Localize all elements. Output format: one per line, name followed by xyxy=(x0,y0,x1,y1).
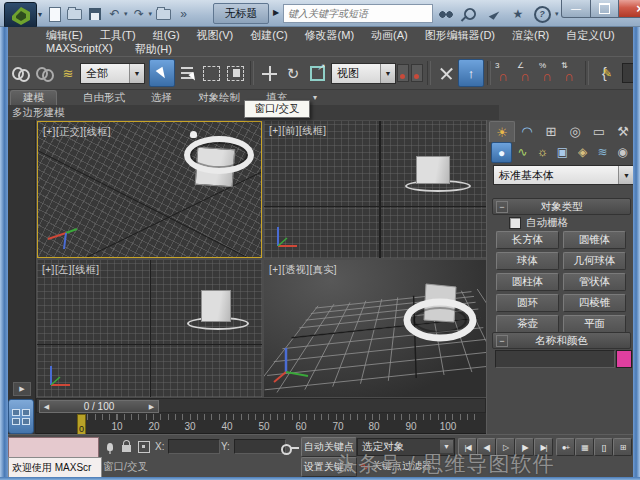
menu-rendering[interactable]: 渲染(R) xyxy=(512,28,549,43)
search-input[interactable] xyxy=(283,4,433,23)
ribbon-overflow-caret-icon[interactable]: ▾ xyxy=(313,93,317,102)
ribbon-tab-selection[interactable]: 选择 xyxy=(151,91,172,105)
viewport-label[interactable]: [+][正交][线框] xyxy=(43,125,111,139)
key-mode-toggle-button[interactable]: ▦ xyxy=(575,438,594,456)
dropdown-arrow-icon[interactable]: ▼ xyxy=(129,64,144,83)
window-crossing-toggle-button[interactable] xyxy=(223,60,247,86)
ribbon-tab-freeform[interactable]: 自由形式 xyxy=(83,91,125,105)
isolate-selection-icon[interactable] xyxy=(102,439,117,454)
set-key-button[interactable]: 设置关键点 xyxy=(301,457,357,477)
menu-animation[interactable]: 动画(A) xyxy=(371,28,408,43)
viewport-layout-button[interactable] xyxy=(8,399,34,434)
menu-edit[interactable]: 编辑(E) xyxy=(46,28,83,43)
viewport-label[interactable]: [+][左][线框] xyxy=(42,263,100,277)
new-file-button[interactable] xyxy=(46,5,63,23)
tube-button[interactable]: 管状体 xyxy=(563,273,626,291)
box-button[interactable]: 长方体 xyxy=(496,231,559,249)
name-color-rollout-header[interactable]: − 名称和颜色 xyxy=(492,332,631,349)
go-to-end-button[interactable]: ▶| xyxy=(534,438,553,456)
lights-icon[interactable]: ☼ xyxy=(533,142,552,161)
previous-frame-arrow[interactable]: ◀ xyxy=(40,401,53,412)
document-title-tab[interactable]: 无标题 xyxy=(213,3,269,24)
geosphere-button[interactable]: 几何球体 xyxy=(563,252,626,270)
set-keys-icon[interactable] xyxy=(281,443,299,453)
motion-tab[interactable]: ◎ xyxy=(563,121,587,141)
close-button[interactable]: × xyxy=(619,0,640,18)
select-and-link-button[interactable] xyxy=(8,60,32,86)
next-frame-button[interactable]: |▶ xyxy=(515,438,534,456)
unlink-selection-button[interactable] xyxy=(32,60,56,86)
communication-center-icon[interactable] xyxy=(485,5,503,23)
dropdown-arrow-icon[interactable]: ▼ xyxy=(380,64,395,83)
app-menu-button[interactable] xyxy=(4,2,37,29)
plane-button[interactable]: 平面 xyxy=(563,315,626,333)
app-menu-caret-icon[interactable]: ▾ xyxy=(38,10,42,19)
undo-caret-icon[interactable]: ▾ xyxy=(124,10,128,18)
select-and-rotate-button[interactable]: ↻ xyxy=(281,60,305,86)
pyramid-button[interactable]: 四棱锥 xyxy=(563,294,626,312)
box-object[interactable] xyxy=(201,290,231,322)
object-color-swatch[interactable] xyxy=(616,350,632,368)
open-file-button[interactable] xyxy=(66,5,83,23)
ribbon-tab-modeling[interactable]: 建模 xyxy=(10,90,57,106)
select-and-scale-button[interactable]: ↗ xyxy=(305,60,329,86)
subscription-key-icon[interactable] xyxy=(461,5,479,23)
y-coordinate-field[interactable] xyxy=(234,439,286,454)
key-filters-button[interactable]: ∿ 关键点过滤器... xyxy=(357,457,451,474)
add-key-button[interactable]: ●+ xyxy=(556,438,575,456)
torus-object[interactable] xyxy=(184,136,254,174)
next-frame-arrow[interactable]: ▶ xyxy=(145,401,158,412)
search-icon[interactable] xyxy=(437,5,455,23)
go-to-start-button[interactable]: |◀ xyxy=(458,438,477,456)
time-slider-handle[interactable]: ◀ 0 / 100 ▶ xyxy=(39,400,159,413)
edit-named-selection-sets-button[interactable]: { ✎ xyxy=(592,60,622,86)
time-slider-track[interactable]: ◀ 0 / 100 ▶ xyxy=(36,398,486,413)
menu-group[interactable]: 组(G) xyxy=(153,28,180,43)
auto-key-button[interactable]: 自动关键点 xyxy=(301,437,357,457)
spinner-snap-toggle-button[interactable]: ⇅ ∩ xyxy=(560,61,582,85)
maxscript-listener-line[interactable]: 欢迎使用 MAXScr xyxy=(8,457,102,478)
ribbon-tab-object-paint[interactable]: 对象绘制 xyxy=(198,91,240,105)
play-button[interactable]: ▷ xyxy=(496,438,515,456)
bind-to-space-warp-button[interactable]: ≋ xyxy=(56,60,80,86)
previous-frame-button[interactable]: ◀| xyxy=(477,438,496,456)
redo-caret-icon[interactable]: ▾ xyxy=(149,10,153,18)
viewport-label[interactable]: [+][透视][真实] xyxy=(269,263,337,277)
rectangular-selection-region-button[interactable] xyxy=(199,60,223,86)
strip-flyout-button[interactable]: ▶ xyxy=(13,382,31,396)
undo-button[interactable]: ↶ xyxy=(106,5,123,23)
redo-button[interactable]: ↷ xyxy=(131,5,148,23)
dropdown-arrow-icon[interactable]: ▼ xyxy=(618,166,634,184)
systems-icon[interactable]: ◉ xyxy=(613,142,632,161)
menu-modifiers[interactable]: 修改器(M) xyxy=(305,28,355,43)
select-by-name-button[interactable] xyxy=(175,60,199,86)
create-tab[interactable]: ☀ xyxy=(489,121,515,142)
select-and-manipulate-button[interactable] xyxy=(434,60,458,86)
percent-snap-toggle-button[interactable]: % ∩ xyxy=(538,61,560,85)
document-history-arrow-icon[interactable]: ▶ xyxy=(273,8,279,17)
snaps-toggle-button[interactable]: 3 ∩ xyxy=(494,61,516,85)
menu-help[interactable]: 帮助(H) xyxy=(135,42,172,57)
cameras-icon[interactable]: ▣ xyxy=(553,142,572,161)
space-warps-icon[interactable]: ≋ xyxy=(593,142,612,161)
cylinder-button[interactable]: 圆柱体 xyxy=(496,273,559,291)
modify-tab[interactable]: ◠ xyxy=(515,121,539,141)
menu-tools[interactable]: 工具(T) xyxy=(100,28,136,43)
collapse-icon[interactable]: − xyxy=(496,201,508,213)
viewport-front[interactable]: [+][前][线框] xyxy=(264,121,486,258)
collapse-icon[interactable]: − xyxy=(496,335,508,347)
selection-filter-dropdown[interactable]: 全部 ▼ xyxy=(80,63,145,84)
geometry-category-dropdown[interactable]: 标准基本体 ▼ xyxy=(493,165,635,185)
object-name-field[interactable] xyxy=(495,350,615,368)
reference-coordinate-dropdown[interactable]: 视图 ▼ xyxy=(331,63,396,84)
viewport-orthographic[interactable]: [+][正交][线框] xyxy=(37,121,262,258)
geometry-icon[interactable]: ● xyxy=(491,142,512,163)
selection-set-dropdown[interactable]: 选定对象 ▼ xyxy=(357,438,455,456)
maxscript-mini-listener[interactable] xyxy=(8,437,99,458)
menu-views[interactable]: 视图(V) xyxy=(197,28,234,43)
hierarchy-tab[interactable]: ⊞ xyxy=(539,121,563,141)
minimize-button[interactable]: — xyxy=(561,0,591,18)
polygon-modeling-panel-title[interactable]: 多边形建模 xyxy=(12,106,65,120)
viewport-label[interactable]: [+][前][线框] xyxy=(269,124,327,138)
utilities-tab[interactable]: ⚒ xyxy=(611,121,635,141)
